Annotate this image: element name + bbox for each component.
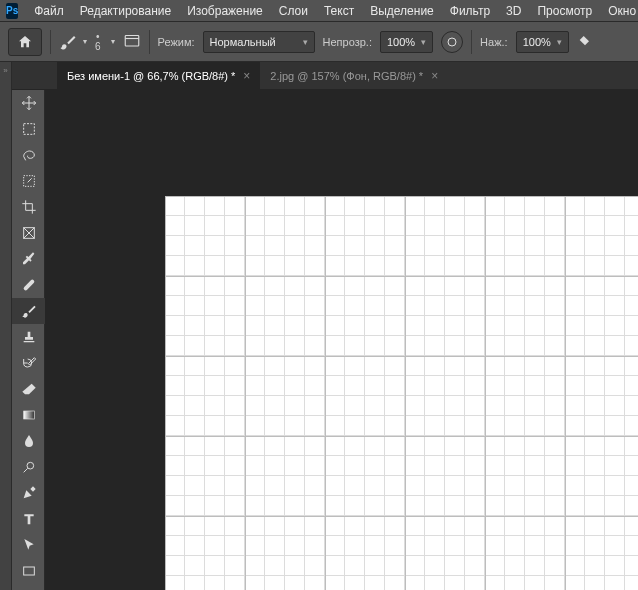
arrow-icon xyxy=(21,537,37,553)
menu-select[interactable]: Выделение xyxy=(362,1,442,21)
flow-select[interactable]: 100% ▾ xyxy=(516,31,569,53)
menu-3d[interactable]: 3D xyxy=(498,1,529,21)
dodge-icon xyxy=(21,459,37,475)
history-brush-icon xyxy=(21,355,37,371)
bandaid-icon xyxy=(21,277,37,293)
options-bar: ▾ • 6 ▾ Режим: Нормальный ▾ Непрозр.: 10… xyxy=(0,22,638,62)
brush-dot-icon: • xyxy=(96,32,100,42)
menu-filter[interactable]: Фильтр xyxy=(442,1,498,21)
lasso-icon xyxy=(21,147,37,163)
brush-tool[interactable] xyxy=(12,298,45,324)
pressure-opacity-toggle[interactable] xyxy=(441,31,463,53)
tools-panel xyxy=(12,90,45,590)
svg-point-1 xyxy=(448,38,456,46)
double-chevron-icon: » xyxy=(3,66,7,75)
document-canvas[interactable] xyxy=(165,196,638,590)
svg-rect-8 xyxy=(23,567,34,575)
brush-icon xyxy=(21,303,37,319)
svg-rect-6 xyxy=(23,411,34,419)
frame-tool[interactable] xyxy=(12,220,45,246)
close-icon[interactable]: × xyxy=(431,69,438,83)
marquee-icon xyxy=(21,121,37,137)
move-icon xyxy=(21,95,37,111)
crop-tool[interactable] xyxy=(12,194,45,220)
opacity-label: Непрозр.: xyxy=(323,36,372,48)
blend-mode-value: Нормальный xyxy=(210,36,276,48)
pen-tool[interactable] xyxy=(12,480,45,506)
separator xyxy=(50,30,51,54)
chevron-down-icon: ▾ xyxy=(303,37,308,47)
document-tab[interactable]: 2.jpg @ 157% (Фон, RGB/8#) * × xyxy=(260,62,448,89)
svg-rect-2 xyxy=(23,124,34,135)
stamp-icon xyxy=(21,329,37,345)
type-icon xyxy=(21,511,37,527)
blend-mode-select[interactable]: Нормальный ▾ xyxy=(203,31,315,53)
chevron-down-icon: ▾ xyxy=(421,37,426,47)
document-tab[interactable]: Без имени-1 @ 66,7% (RGB/8#) * × xyxy=(57,62,260,89)
airbrush-icon xyxy=(577,32,593,48)
document-tabs: Без имени-1 @ 66,7% (RGB/8#) * × 2.jpg @… xyxy=(12,62,638,90)
menu-view[interactable]: Просмотр xyxy=(529,1,600,21)
crop-icon xyxy=(21,199,37,215)
eyedropper-icon xyxy=(21,251,37,267)
eyedropper-tool[interactable] xyxy=(12,246,45,272)
airbrush-toggle[interactable] xyxy=(577,32,593,51)
history-brush-tool[interactable] xyxy=(12,350,45,376)
flow-label: Наж.: xyxy=(480,36,508,48)
panel-toggle-strip[interactable]: » xyxy=(0,62,12,90)
pen-icon xyxy=(21,485,37,501)
chevron-down-icon[interactable]: ▾ xyxy=(111,37,115,46)
main-area xyxy=(0,90,638,590)
drop-icon xyxy=(21,433,37,449)
svg-rect-5 xyxy=(22,279,34,291)
flow-value: 100% xyxy=(523,36,551,48)
brush-size-value: 6 xyxy=(95,42,101,52)
eraser-tool[interactable] xyxy=(12,376,45,402)
home-button[interactable] xyxy=(8,28,42,56)
frame-icon xyxy=(21,225,37,241)
eraser-icon xyxy=(21,381,37,397)
tab-label: 2.jpg @ 157% (Фон, RGB/8#) * xyxy=(270,70,423,82)
healing-brush-tool[interactable] xyxy=(12,272,45,298)
separator xyxy=(471,30,472,54)
menu-file[interactable]: Файл xyxy=(26,1,72,21)
quick-select-tool[interactable] xyxy=(12,168,45,194)
menu-window[interactable]: Окно xyxy=(600,1,638,21)
app-logo: Ps xyxy=(6,3,18,19)
canvas-area[interactable] xyxy=(45,90,638,590)
move-tool[interactable] xyxy=(12,90,45,116)
brush-icon xyxy=(59,33,77,51)
chevron-down-icon: ▾ xyxy=(83,37,87,46)
path-select-tool[interactable] xyxy=(12,532,45,558)
toolbar-toggle-strip[interactable] xyxy=(0,90,12,590)
gradient-icon xyxy=(21,407,37,423)
dodge-tool[interactable] xyxy=(12,454,45,480)
gradient-tool[interactable] xyxy=(12,402,45,428)
lasso-tool[interactable] xyxy=(12,142,45,168)
svg-rect-0 xyxy=(125,36,139,47)
close-icon[interactable]: × xyxy=(243,69,250,83)
mode-label: Режим: xyxy=(158,36,195,48)
pressure-icon xyxy=(446,36,458,48)
blur-tool[interactable] xyxy=(12,428,45,454)
wand-icon xyxy=(21,173,37,189)
menu-edit[interactable]: Редактирование xyxy=(72,1,179,21)
brush-preset-picker[interactable]: ▾ xyxy=(59,33,87,51)
tab-label: Без имени-1 @ 66,7% (RGB/8#) * xyxy=(67,70,235,82)
stamp-tool[interactable] xyxy=(12,324,45,350)
shape-tool[interactable] xyxy=(12,558,45,584)
opacity-select[interactable]: 100% ▾ xyxy=(380,31,433,53)
home-icon xyxy=(17,34,33,50)
menu-image[interactable]: Изображение xyxy=(179,1,271,21)
opacity-value: 100% xyxy=(387,36,415,48)
brush-size-picker[interactable]: • 6 xyxy=(95,32,101,52)
type-tool[interactable] xyxy=(12,506,45,532)
separator xyxy=(149,30,150,54)
menu-layers[interactable]: Слои xyxy=(271,1,316,21)
marquee-tool[interactable] xyxy=(12,116,45,142)
folder-icon xyxy=(123,31,141,49)
brush-panel-toggle[interactable] xyxy=(123,31,141,52)
chevron-down-icon: ▾ xyxy=(557,37,562,47)
svg-point-7 xyxy=(27,462,34,469)
menu-text[interactable]: Текст xyxy=(316,1,362,21)
